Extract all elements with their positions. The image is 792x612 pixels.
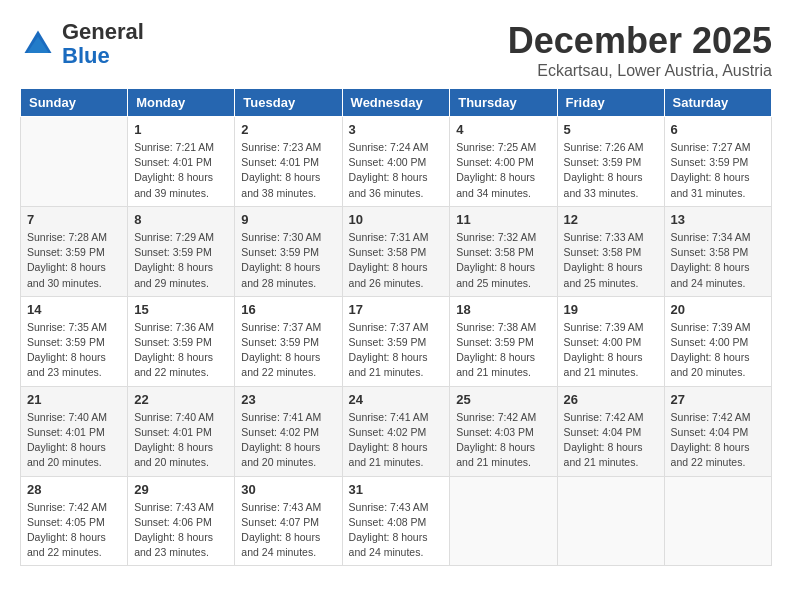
day-info: Sunrise: 7:42 AMSunset: 4:04 PMDaylight:… xyxy=(564,410,658,471)
day-number: 8 xyxy=(134,212,228,227)
day-info: Sunrise: 7:33 AMSunset: 3:58 PMDaylight:… xyxy=(564,230,658,291)
calendar-day-cell: 4Sunrise: 7:25 AMSunset: 4:00 PMDaylight… xyxy=(450,117,557,207)
day-info: Sunrise: 7:39 AMSunset: 4:00 PMDaylight:… xyxy=(564,320,658,381)
day-number: 28 xyxy=(27,482,121,497)
day-number: 20 xyxy=(671,302,765,317)
calendar-day-cell: 17Sunrise: 7:37 AMSunset: 3:59 PMDayligh… xyxy=(342,296,450,386)
day-number: 10 xyxy=(349,212,444,227)
logo-blue: Blue xyxy=(62,43,110,68)
calendar-day-header: Sunday xyxy=(21,89,128,117)
day-number: 9 xyxy=(241,212,335,227)
day-info: Sunrise: 7:40 AMSunset: 4:01 PMDaylight:… xyxy=(27,410,121,471)
day-number: 5 xyxy=(564,122,658,137)
calendar-day-header: Saturday xyxy=(664,89,771,117)
day-info: Sunrise: 7:27 AMSunset: 3:59 PMDaylight:… xyxy=(671,140,765,201)
calendar-day-cell: 18Sunrise: 7:38 AMSunset: 3:59 PMDayligh… xyxy=(450,296,557,386)
day-info: Sunrise: 7:43 AMSunset: 4:07 PMDaylight:… xyxy=(241,500,335,561)
day-info: Sunrise: 7:23 AMSunset: 4:01 PMDaylight:… xyxy=(241,140,335,201)
day-info: Sunrise: 7:21 AMSunset: 4:01 PMDaylight:… xyxy=(134,140,228,201)
calendar-day-cell: 1Sunrise: 7:21 AMSunset: 4:01 PMDaylight… xyxy=(128,117,235,207)
day-number: 13 xyxy=(671,212,765,227)
calendar-day-cell: 10Sunrise: 7:31 AMSunset: 3:58 PMDayligh… xyxy=(342,206,450,296)
calendar-day-cell: 19Sunrise: 7:39 AMSunset: 4:00 PMDayligh… xyxy=(557,296,664,386)
title-block: December 2025 Eckartsau, Lower Austria, … xyxy=(508,20,772,80)
page-header: General Blue December 2025 Eckartsau, Lo… xyxy=(20,20,772,80)
day-number: 26 xyxy=(564,392,658,407)
day-number: 6 xyxy=(671,122,765,137)
day-number: 25 xyxy=(456,392,550,407)
day-number: 23 xyxy=(241,392,335,407)
calendar-header-row: SundayMondayTuesdayWednesdayThursdayFrid… xyxy=(21,89,772,117)
day-number: 18 xyxy=(456,302,550,317)
day-number: 29 xyxy=(134,482,228,497)
day-info: Sunrise: 7:43 AMSunset: 4:06 PMDaylight:… xyxy=(134,500,228,561)
calendar-week-row: 14Sunrise: 7:35 AMSunset: 3:59 PMDayligh… xyxy=(21,296,772,386)
day-number: 31 xyxy=(349,482,444,497)
logo-general: General xyxy=(62,19,144,44)
day-number: 4 xyxy=(456,122,550,137)
calendar-day-cell: 30Sunrise: 7:43 AMSunset: 4:07 PMDayligh… xyxy=(235,476,342,566)
calendar-day-cell: 6Sunrise: 7:27 AMSunset: 3:59 PMDaylight… xyxy=(664,117,771,207)
day-number: 17 xyxy=(349,302,444,317)
day-info: Sunrise: 7:25 AMSunset: 4:00 PMDaylight:… xyxy=(456,140,550,201)
calendar-day-cell: 13Sunrise: 7:34 AMSunset: 3:58 PMDayligh… xyxy=(664,206,771,296)
day-number: 14 xyxy=(27,302,121,317)
day-info: Sunrise: 7:37 AMSunset: 3:59 PMDaylight:… xyxy=(241,320,335,381)
calendar-day-cell: 29Sunrise: 7:43 AMSunset: 4:06 PMDayligh… xyxy=(128,476,235,566)
day-info: Sunrise: 7:36 AMSunset: 3:59 PMDaylight:… xyxy=(134,320,228,381)
day-info: Sunrise: 7:41 AMSunset: 4:02 PMDaylight:… xyxy=(349,410,444,471)
day-info: Sunrise: 7:42 AMSunset: 4:05 PMDaylight:… xyxy=(27,500,121,561)
calendar-week-row: 28Sunrise: 7:42 AMSunset: 4:05 PMDayligh… xyxy=(21,476,772,566)
day-number: 30 xyxy=(241,482,335,497)
day-info: Sunrise: 7:24 AMSunset: 4:00 PMDaylight:… xyxy=(349,140,444,201)
day-info: Sunrise: 7:35 AMSunset: 3:59 PMDaylight:… xyxy=(27,320,121,381)
calendar-day-cell: 23Sunrise: 7:41 AMSunset: 4:02 PMDayligh… xyxy=(235,386,342,476)
day-info: Sunrise: 7:31 AMSunset: 3:58 PMDaylight:… xyxy=(349,230,444,291)
calendar-day-header: Monday xyxy=(128,89,235,117)
calendar-week-row: 7Sunrise: 7:28 AMSunset: 3:59 PMDaylight… xyxy=(21,206,772,296)
calendar-day-cell: 22Sunrise: 7:40 AMSunset: 4:01 PMDayligh… xyxy=(128,386,235,476)
calendar-day-cell: 31Sunrise: 7:43 AMSunset: 4:08 PMDayligh… xyxy=(342,476,450,566)
day-info: Sunrise: 7:26 AMSunset: 3:59 PMDaylight:… xyxy=(564,140,658,201)
day-info: Sunrise: 7:34 AMSunset: 3:58 PMDaylight:… xyxy=(671,230,765,291)
day-number: 15 xyxy=(134,302,228,317)
day-number: 7 xyxy=(27,212,121,227)
day-info: Sunrise: 7:42 AMSunset: 4:03 PMDaylight:… xyxy=(456,410,550,471)
calendar-day-cell: 21Sunrise: 7:40 AMSunset: 4:01 PMDayligh… xyxy=(21,386,128,476)
calendar-day-header: Friday xyxy=(557,89,664,117)
calendar-day-cell xyxy=(557,476,664,566)
day-info: Sunrise: 7:40 AMSunset: 4:01 PMDaylight:… xyxy=(134,410,228,471)
day-number: 12 xyxy=(564,212,658,227)
calendar-week-row: 21Sunrise: 7:40 AMSunset: 4:01 PMDayligh… xyxy=(21,386,772,476)
calendar-table: SundayMondayTuesdayWednesdayThursdayFrid… xyxy=(20,88,772,566)
calendar-day-cell: 25Sunrise: 7:42 AMSunset: 4:03 PMDayligh… xyxy=(450,386,557,476)
location-subtitle: Eckartsau, Lower Austria, Austria xyxy=(508,62,772,80)
day-number: 21 xyxy=(27,392,121,407)
calendar-day-cell xyxy=(450,476,557,566)
calendar-day-cell: 8Sunrise: 7:29 AMSunset: 3:59 PMDaylight… xyxy=(128,206,235,296)
day-number: 3 xyxy=(349,122,444,137)
calendar-day-cell: 15Sunrise: 7:36 AMSunset: 3:59 PMDayligh… xyxy=(128,296,235,386)
calendar-day-cell: 3Sunrise: 7:24 AMSunset: 4:00 PMDaylight… xyxy=(342,117,450,207)
day-info: Sunrise: 7:29 AMSunset: 3:59 PMDaylight:… xyxy=(134,230,228,291)
calendar-day-cell: 27Sunrise: 7:42 AMSunset: 4:04 PMDayligh… xyxy=(664,386,771,476)
day-info: Sunrise: 7:43 AMSunset: 4:08 PMDaylight:… xyxy=(349,500,444,561)
calendar-day-cell xyxy=(21,117,128,207)
calendar-day-cell: 2Sunrise: 7:23 AMSunset: 4:01 PMDaylight… xyxy=(235,117,342,207)
calendar-day-cell: 11Sunrise: 7:32 AMSunset: 3:58 PMDayligh… xyxy=(450,206,557,296)
calendar-day-cell: 20Sunrise: 7:39 AMSunset: 4:00 PMDayligh… xyxy=(664,296,771,386)
day-number: 19 xyxy=(564,302,658,317)
day-info: Sunrise: 7:41 AMSunset: 4:02 PMDaylight:… xyxy=(241,410,335,471)
day-number: 27 xyxy=(671,392,765,407)
calendar-day-cell: 7Sunrise: 7:28 AMSunset: 3:59 PMDaylight… xyxy=(21,206,128,296)
day-info: Sunrise: 7:28 AMSunset: 3:59 PMDaylight:… xyxy=(27,230,121,291)
calendar-week-row: 1Sunrise: 7:21 AMSunset: 4:01 PMDaylight… xyxy=(21,117,772,207)
day-number: 16 xyxy=(241,302,335,317)
day-number: 2 xyxy=(241,122,335,137)
day-number: 22 xyxy=(134,392,228,407)
calendar-day-cell: 26Sunrise: 7:42 AMSunset: 4:04 PMDayligh… xyxy=(557,386,664,476)
calendar-day-cell: 24Sunrise: 7:41 AMSunset: 4:02 PMDayligh… xyxy=(342,386,450,476)
day-number: 1 xyxy=(134,122,228,137)
month-title: December 2025 xyxy=(508,20,772,62)
calendar-day-cell: 14Sunrise: 7:35 AMSunset: 3:59 PMDayligh… xyxy=(21,296,128,386)
